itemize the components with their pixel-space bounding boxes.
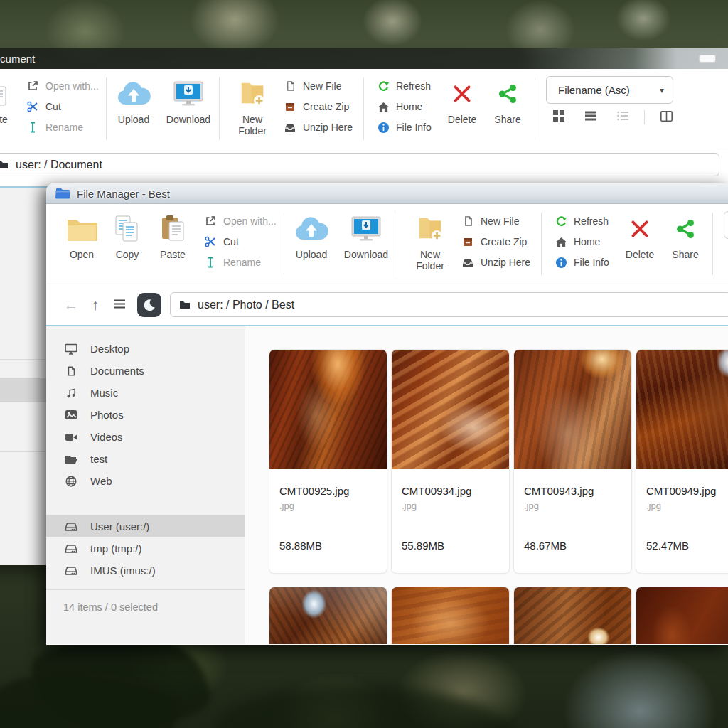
sidebar-item-desktop[interactable]: Desktop — [46, 338, 245, 360]
unzip-here-button[interactable]: Unzip Here — [284, 120, 359, 134]
toolbar: Open Copy Paste Open with... Cut — [0, 69, 728, 149]
refresh-button[interactable]: Refresh — [377, 79, 439, 93]
file-card[interactable] — [391, 587, 510, 644]
rename-label: Rename — [223, 257, 261, 268]
thumbnail-image — [514, 350, 631, 469]
file-name: CMT00949.jpg — [646, 485, 728, 497]
up-button[interactable]: ↑ — [83, 296, 107, 314]
file-name: CMT00925.jpg — [279, 485, 377, 497]
sidebar-label: User (user:/) — [90, 520, 149, 532]
file-actions-column: New File Create Zip Unzip Here — [275, 69, 359, 149]
video-camera-icon — [65, 432, 77, 442]
breadcrumb-input[interactable]: user: / Photo / Best — [170, 292, 728, 317]
sidebar-item-test[interactable]: test — [46, 448, 245, 470]
thumbnail-image — [392, 587, 509, 644]
file-card[interactable]: CMT00943.jpg .jpg 48.67MB — [513, 349, 632, 574]
sidebar-item-web[interactable]: Web — [46, 470, 245, 492]
title-bar[interactable]: File Manager - Best — [46, 183, 728, 204]
home-button[interactable]: Home — [377, 100, 439, 114]
home-button[interactable]: Home — [555, 235, 617, 249]
restore-button[interactable] — [700, 55, 715, 62]
menu-button[interactable] — [107, 299, 132, 311]
rename-button[interactable]: Rename — [204, 255, 279, 269]
address-path: user: / Document — [16, 159, 102, 171]
cut-button[interactable]: Cut — [204, 235, 279, 249]
new-file-icon — [284, 80, 296, 92]
paste-button[interactable]: Paste — [150, 204, 196, 284]
detail-list-view-icon[interactable] — [617, 110, 628, 124]
list-view-icon[interactable] — [585, 110, 596, 124]
open-with-icon — [204, 215, 217, 227]
file-card[interactable]: CMT00934.jpg .jpg 55.89MB — [391, 349, 510, 574]
file-card[interactable] — [269, 587, 387, 644]
title-bar[interactable]: File Manager - Document — [0, 48, 728, 69]
sidebar-drive-imus[interactable]: IMUS (imus:/) — [46, 560, 245, 582]
sidebar-drive-tmp[interactable]: tmp (tmp:/) — [46, 537, 245, 560]
upload-button[interactable]: Upload — [289, 204, 334, 284]
delete-button[interactable]: Delete — [439, 69, 485, 149]
home-icon — [377, 102, 390, 112]
monitor-download-icon — [350, 212, 382, 246]
file-info-button[interactable]: File Info — [377, 120, 439, 134]
toolbar-separator — [541, 213, 542, 275]
sort-dropdown[interactable]: Filename (Asc) ▾ — [724, 211, 728, 239]
new-folder-label: New Folder — [410, 249, 451, 272]
cut-button[interactable]: Cut — [26, 100, 102, 114]
folder-icon — [0, 160, 9, 169]
open-with-button[interactable]: Open with... — [26, 79, 102, 93]
upload-button[interactable]: Upload — [111, 69, 156, 149]
new-folder-icon — [237, 77, 267, 111]
sidebar-drive-user[interactable]: User (user:/) — [46, 515, 245, 537]
cut-label: Cut — [223, 236, 239, 247]
sidebar-item-music[interactable]: Music — [46, 382, 245, 404]
columns-view-icon[interactable] — [660, 111, 673, 124]
file-card[interactable]: CMT00949.jpg .jpg 52.47MB — [636, 349, 728, 574]
file-info-button[interactable]: File Info — [555, 255, 617, 269]
grid-view-icon[interactable] — [553, 110, 564, 124]
back-button[interactable]: ← — [59, 296, 83, 314]
file-card[interactable] — [636, 587, 728, 644]
refresh-button[interactable]: Refresh — [555, 214, 617, 228]
open-button[interactable]: Open — [59, 204, 105, 284]
sidebar-label: Music — [90, 387, 118, 399]
refresh-label: Refresh — [396, 80, 431, 92]
paste-button[interactable]: Paste — [0, 69, 18, 149]
open-label: Open — [70, 249, 94, 260]
zip-box-icon — [461, 236, 474, 247]
new-folder-button[interactable]: New Folder — [407, 204, 453, 284]
dark-mode-toggle[interactable] — [137, 293, 161, 317]
info-icon — [555, 257, 567, 269]
sort-dropdown[interactable]: Filename (Asc) ▾ — [546, 76, 673, 104]
sidebar-item-documents[interactable]: Documents — [46, 360, 245, 382]
copy-button[interactable]: Copy — [105, 204, 150, 284]
delete-button[interactable]: Delete — [617, 204, 663, 284]
file-ext: .jpg — [524, 500, 621, 511]
refresh-icon — [555, 215, 567, 228]
download-button[interactable]: Download — [162, 69, 215, 149]
file-card[interactable]: CMT00925.jpg .jpg 58.88MB — [269, 349, 387, 574]
paste-label: Paste — [160, 249, 186, 260]
edit-actions-column: Open with... Cut Rename — [18, 69, 102, 149]
file-grid-area: CMT00925.jpg .jpg 58.88MB CMT00934.jpg .… — [245, 326, 728, 644]
share-button[interactable]: Share — [485, 69, 530, 149]
new-folder-button[interactable]: New Folder — [230, 69, 275, 149]
open-with-button[interactable]: Open with... — [204, 214, 279, 228]
sidebar-label: Videos — [90, 431, 123, 443]
share-button[interactable]: Share — [663, 204, 708, 284]
sidebar-label: tmp (tmp:/) — [90, 542, 142, 555]
create-zip-button[interactable]: Create Zip — [461, 235, 537, 249]
download-button[interactable]: Download — [340, 204, 392, 284]
rename-label: Rename — [46, 122, 83, 133]
create-zip-button[interactable]: Create Zip — [284, 100, 359, 114]
open-folder-icon — [65, 454, 77, 464]
address-input[interactable]: user: / Document — [0, 153, 719, 176]
new-file-button[interactable]: New File — [461, 214, 537, 228]
share-label: Share — [494, 114, 520, 125]
open-with-label: Open with... — [223, 215, 277, 227]
rename-button[interactable]: Rename — [26, 120, 102, 134]
sidebar-item-photos[interactable]: Photos — [46, 404, 245, 426]
sidebar-item-videos[interactable]: Videos — [46, 426, 245, 448]
file-card[interactable] — [513, 587, 632, 644]
unzip-here-button[interactable]: Unzip Here — [461, 255, 537, 269]
new-file-button[interactable]: New File — [284, 79, 359, 93]
